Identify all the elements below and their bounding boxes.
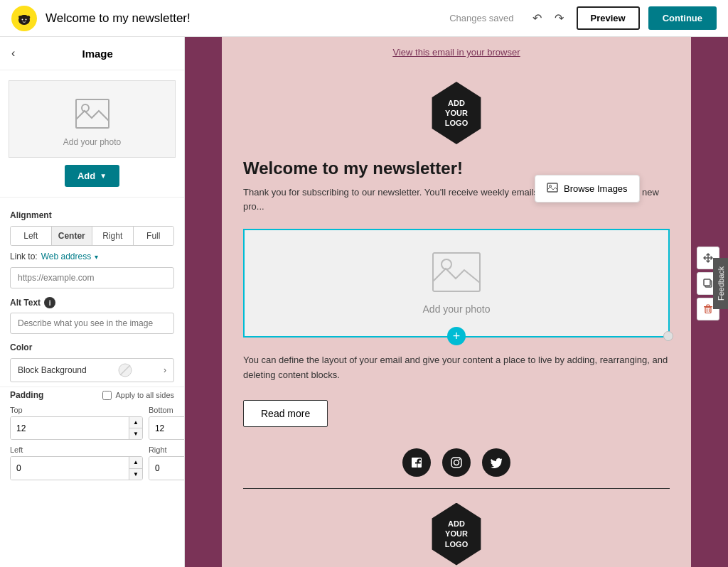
- browse-images-icon: [547, 183, 558, 195]
- alt-text-input[interactable]: [10, 313, 174, 334]
- bottom-logo-block: ADDYOURLOGO: [222, 493, 691, 567]
- padding-top-field: Top ▲ ▼: [10, 406, 143, 440]
- mailchimp-logo: [11, 6, 37, 31]
- image-block-inner: Add your photo +: [243, 229, 670, 338]
- padding-right-input-wrap: ▲ ▼: [149, 456, 185, 480]
- padding-header: Padding Apply to all sides: [0, 390, 184, 400]
- image-placeholder-icon: [432, 252, 481, 295]
- description-text: You can define the layout of your email …: [243, 353, 670, 383]
- alt-text-label: Alt Text: [10, 298, 41, 308]
- padding-left-down[interactable]: ▼: [129, 469, 142, 480]
- logo-text: ADDYOURLOGO: [445, 98, 468, 129]
- main-layout: ‹ Image Add your photo Add ▼ Alignment: [0, 37, 728, 567]
- instagram-icon[interactable]: [442, 448, 471, 477]
- padding-bottom-label: Bottom: [149, 406, 185, 414]
- padding-left-input-wrap: ▲ ▼: [10, 456, 143, 480]
- padding-left-label: Left: [10, 446, 143, 454]
- photo-preview-box: Add your photo: [9, 80, 176, 158]
- alt-text-header: Alt Text i: [0, 297, 184, 308]
- padding-label: Padding: [10, 390, 43, 400]
- view-in-browser-bar: View this email in your browser: [222, 37, 691, 68]
- padding-bottom-input-wrap: ▲ ▼: [149, 416, 185, 440]
- feedback-tab[interactable]: Feedback: [713, 258, 728, 309]
- padding-bottom-input[interactable]: [149, 417, 185, 439]
- bottom-logo-text: ADDYOURLOGO: [445, 519, 468, 549]
- image-resize-handle[interactable]: [663, 331, 673, 341]
- color-value-label: Block Background: [18, 365, 87, 375]
- padding-top-down[interactable]: ▼: [129, 428, 142, 439]
- link-to-caret-icon: ▾: [95, 253, 98, 261]
- undo-button[interactable]: ↶: [528, 7, 546, 29]
- image-block[interactable]: Add your photo +: [222, 223, 691, 343]
- read-more-block: Read more: [222, 393, 691, 441]
- undo-redo-group: ↶ ↷: [528, 7, 568, 29]
- sidebar-panel-title: Image: [22, 48, 173, 60]
- read-more-button[interactable]: Read more: [243, 400, 328, 427]
- link-url-input[interactable]: [10, 267, 174, 288]
- padding-grid: Top ▲ ▼ Bottom ▲ ▼: [0, 406, 184, 480]
- description-block: You can define the layout of your email …: [222, 343, 691, 393]
- svg-point-4: [82, 104, 89, 112]
- alt-text-info-icon[interactable]: i: [44, 297, 55, 308]
- svg-rect-12: [704, 279, 710, 286]
- color-chevron-icon: ›: [164, 365, 166, 375]
- align-left-button[interactable]: Left: [11, 227, 52, 245]
- add-image-button[interactable]: Add ▼: [65, 165, 119, 187]
- twitter-icon[interactable]: [482, 448, 510, 477]
- preview-button[interactable]: Preview: [577, 6, 640, 30]
- logo-area: ADDYOURLOGO: [222, 68, 691, 151]
- padding-top-label: Top: [10, 406, 143, 414]
- email-canvas: View this email in your browser ADDYOURL…: [185, 37, 728, 567]
- padding-right-input[interactable]: [149, 457, 185, 479]
- email-preview: View this email in your browser ADDYOURL…: [222, 37, 691, 567]
- browse-images-label: Browse Images: [564, 183, 628, 194]
- padding-left-input[interactable]: [11, 457, 129, 479]
- padding-top-up[interactable]: ▲: [129, 417, 142, 428]
- padding-top-spinners: ▲ ▼: [129, 417, 142, 439]
- padding-bottom-field: Bottom ▲ ▼: [149, 406, 185, 440]
- svg-rect-9: [433, 253, 480, 291]
- topbar: Welcome to my newsletter! Changes saved …: [0, 0, 728, 37]
- apply-all-label: Apply to all sides: [115, 391, 174, 399]
- padding-right-label: Right: [149, 446, 185, 454]
- link-to-value[interactable]: Web address: [41, 252, 91, 261]
- add-button-caret: ▼: [100, 172, 107, 180]
- color-select[interactable]: Block Background ›: [10, 358, 174, 382]
- sidebar-header: ‹ Image: [0, 37, 184, 70]
- photo-placeholder-label: Add your photo: [63, 137, 121, 147]
- padding-right-field: Right ▲ ▼: [149, 446, 185, 480]
- continue-button[interactable]: Continue: [648, 6, 717, 30]
- facebook-icon[interactable]: [402, 448, 431, 477]
- padding-left-spinners: ▲ ▼: [129, 457, 142, 479]
- image-add-circle-button[interactable]: +: [447, 327, 466, 345]
- divider-line: [243, 488, 670, 489]
- svg-point-19: [459, 458, 461, 460]
- align-full-button[interactable]: Full: [134, 227, 174, 245]
- page-title: Welcome to my newsletter!: [46, 11, 441, 26]
- align-center-button[interactable]: Center: [52, 227, 93, 245]
- color-swatch-icon: [118, 363, 132, 377]
- apply-all-sides: Apply to all sides: [102, 391, 174, 400]
- align-right-button[interactable]: Right: [92, 227, 134, 245]
- padding-left-up[interactable]: ▲: [129, 457, 142, 468]
- svg-point-1: [22, 18, 23, 20]
- svg-rect-7: [547, 183, 557, 192]
- photo-placeholder-icon: [75, 98, 110, 131]
- logo-hexagon[interactable]: ADDYOURLOGO: [428, 82, 485, 144]
- social-block: [222, 441, 691, 484]
- svg-rect-14: [705, 307, 711, 313]
- padding-top-input[interactable]: [11, 417, 129, 439]
- save-status: Changes saved: [449, 13, 513, 23]
- color-section-label: Color: [10, 342, 174, 352]
- browse-images-popup[interactable]: Browse Images: [535, 175, 640, 202]
- image-add-label: Add your photo: [423, 303, 491, 315]
- alignment-section: Alignment Left Center Right Full: [0, 200, 184, 252]
- divider-block: [222, 484, 691, 493]
- alignment-buttons: Left Center Right Full: [10, 226, 174, 246]
- bottom-logo-hexagon[interactable]: ADDYOURLOGO: [428, 503, 485, 566]
- redo-button[interactable]: ↷: [550, 7, 568, 29]
- sidebar: ‹ Image Add your photo Add ▼ Alignment: [0, 37, 185, 567]
- view-in-browser-link[interactable]: View this email in your browser: [393, 47, 520, 58]
- apply-all-checkbox[interactable]: [102, 391, 112, 400]
- sidebar-back-button[interactable]: ‹: [11, 47, 15, 60]
